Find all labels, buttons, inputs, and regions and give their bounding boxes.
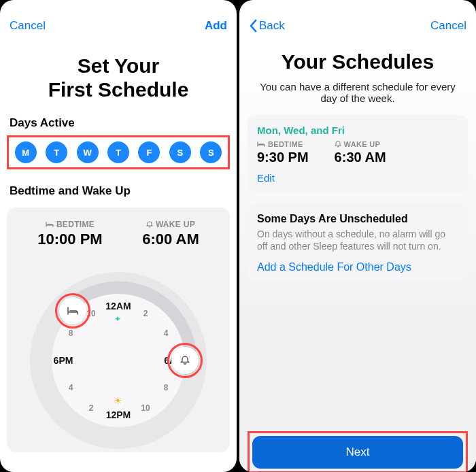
clock-minor: 8 — [69, 328, 73, 338]
cancel-button[interactable]: Cancel — [430, 19, 466, 33]
days-active-label: Days Active — [0, 116, 237, 130]
sun-icon: ☀ — [114, 395, 122, 406]
nav-bar: Cancel Add — [0, 0, 237, 34]
day-chip-wed[interactable]: W — [77, 141, 99, 163]
wakeup-col: WAKE UP 6:00 AM — [142, 220, 199, 248]
edit-schedule-link[interactable]: Edit — [257, 172, 275, 184]
stars-icon: ✦ — [114, 314, 121, 324]
bell-icon — [146, 221, 153, 228]
clock-minor: 8 — [164, 383, 169, 392]
bedtime-wakeup-label: Bedtime and Wake Up — [0, 184, 237, 198]
clock-minor: 10 — [141, 403, 150, 413]
schedule-days: Mon, Wed, and Fri — [257, 124, 458, 136]
chevron-left-icon — [249, 19, 258, 33]
clock-12pm: 12PM — [106, 409, 131, 420]
clock-minor: 2 — [143, 309, 148, 318]
wakeup-value: 6:00 AM — [142, 231, 199, 248]
bedtime-handle[interactable] — [59, 297, 86, 324]
nav-bar: Back Cancel — [239, 0, 476, 34]
highlight-next: Next — [248, 431, 468, 472]
wakeup-handle[interactable] — [171, 347, 199, 374]
bed-icon — [257, 141, 265, 148]
bedtime-label: BEDTIME — [56, 220, 95, 229]
wakeup-label: WAKE UP — [156, 220, 195, 229]
schedule-wakeup-col: WAKE UP 6:30 AM — [335, 140, 386, 165]
day-chip-mon[interactable]: M — [15, 141, 37, 163]
page-title: Your Schedules — [239, 50, 476, 74]
screen-set-schedule: Cancel Add Set YourFirst Schedule Days A… — [0, 0, 237, 472]
clock-minor: 10 — [86, 309, 95, 318]
times-row: BEDTIME 10:00 PM WAKE UP 6:00 AM — [18, 220, 219, 248]
back-button[interactable]: Back — [249, 19, 285, 33]
day-chip-sat[interactable]: S — [169, 141, 191, 163]
bedtime-card: BEDTIME 10:00 PM WAKE UP 6:00 AM 12A — [7, 207, 230, 452]
unscheduled-title: Some Days Are Unscheduled — [257, 213, 458, 225]
days-active-row: M T W T F S S — [7, 135, 230, 169]
schedule-bedtime-col: BEDTIME 9:30 PM — [257, 140, 309, 165]
day-chip-thu[interactable]: T — [107, 141, 129, 163]
clock-6pm: 6PM — [54, 355, 73, 366]
bedtime-value: 10:00 PM — [37, 231, 102, 248]
bedtime-col: BEDTIME 10:00 PM — [37, 220, 102, 248]
add-button[interactable]: Add — [205, 19, 227, 33]
bell-icon — [335, 141, 341, 148]
day-chip-tue[interactable]: T — [46, 141, 67, 163]
screen-your-schedules: Back Cancel Your Schedules You can have … — [239, 0, 476, 472]
bed-icon — [46, 221, 54, 228]
day-chip-fri[interactable]: F — [138, 141, 160, 163]
next-button[interactable]: Next — [252, 436, 463, 469]
clock-minor: 4 — [69, 383, 73, 392]
page-subtitle: You can have a different schedule for ev… — [239, 81, 476, 104]
unscheduled-body: On days without a schedule, no alarm wil… — [257, 228, 458, 254]
clock-12am: 12AM — [105, 301, 131, 311]
schedule-card: Mon, Wed, and Fri BEDTIME 9:30 PM — [248, 115, 468, 192]
schedule-wakeup-value: 6:30 AM — [335, 150, 386, 165]
clock-minor: 4 — [164, 328, 169, 338]
unscheduled-card: Some Days Are Unscheduled On days withou… — [248, 203, 468, 282]
page-title: Set YourFirst Schedule — [0, 54, 237, 101]
clock-minor: 2 — [89, 403, 94, 413]
day-chip-sun[interactable]: S — [200, 141, 222, 163]
schedule-bedtime-value: 9:30 PM — [257, 150, 309, 165]
add-schedule-link[interactable]: Add a Schedule For Other Days — [257, 261, 411, 273]
cancel-button[interactable]: Cancel — [10, 19, 46, 33]
sleep-clock[interactable]: 12AM 6AM 12PM 6PM 2 4 8 10 2 4 8 10 ✦ ☀ — [30, 272, 207, 449]
